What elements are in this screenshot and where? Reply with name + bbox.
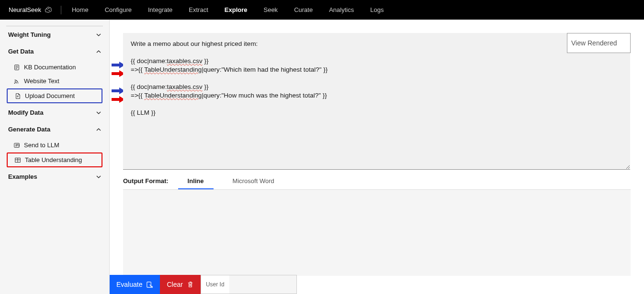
section-label: Modify Data bbox=[8, 109, 44, 116]
rss-icon bbox=[13, 78, 20, 85]
svg-point-0 bbox=[47, 9, 47, 10]
topbar-divider bbox=[61, 6, 61, 14]
chevron-down-icon bbox=[96, 110, 101, 115]
tab-inline[interactable]: Inline bbox=[178, 174, 214, 189]
upload-document-icon bbox=[14, 93, 21, 99]
main-panel: Write a memo about our highest priced it… bbox=[110, 20, 644, 294]
evaluate-icon bbox=[146, 281, 153, 288]
nav-integrate[interactable]: Integrate bbox=[148, 6, 172, 13]
view-rendered-button[interactable]: View Rendered bbox=[567, 33, 631, 53]
section-label: Examples bbox=[8, 173, 37, 180]
chevron-down-icon bbox=[96, 174, 101, 179]
send-icon bbox=[13, 142, 20, 149]
topnav: Home Configure Integrate Extract Explore… bbox=[72, 6, 384, 13]
output-format-label: Output Format: bbox=[123, 177, 169, 189]
section-generate-data[interactable]: Generate Data bbox=[6, 121, 103, 138]
sidebar-item-upload-document[interactable]: Upload Document bbox=[7, 88, 102, 103]
sidebar-item-label: Table Understanding bbox=[25, 156, 82, 163]
svg-point-1 bbox=[48, 8, 49, 9]
section-examples[interactable]: Examples bbox=[6, 168, 103, 185]
section-label: Weight Tuning bbox=[8, 31, 51, 38]
output-area bbox=[123, 190, 631, 276]
chevron-up-icon bbox=[96, 127, 101, 132]
sidebar-item-label: Upload Document bbox=[25, 92, 75, 99]
trash-icon bbox=[187, 281, 194, 288]
evaluate-button[interactable]: Evaluate bbox=[110, 275, 160, 294]
user-id-label: User Id bbox=[201, 281, 229, 288]
template-editor[interactable]: Write a memo about our highest priced it… bbox=[123, 33, 630, 170]
svg-point-2 bbox=[49, 10, 49, 11]
sidebar-item-table-understanding[interactable]: Table Understanding bbox=[7, 152, 102, 167]
sidebar-item-kb-documentation[interactable]: KB Documentation bbox=[7, 61, 102, 74]
brand-icon bbox=[44, 6, 52, 14]
sidebar: Weight Tuning Get Data KB Documentation … bbox=[0, 20, 110, 294]
svg-rect-11 bbox=[147, 282, 151, 287]
user-id-box: User Id bbox=[201, 275, 297, 294]
section-label: Get Data bbox=[8, 48, 34, 55]
sidebar-item-label: KB Documentation bbox=[24, 64, 76, 71]
nav-explore[interactable]: Explore bbox=[225, 6, 248, 13]
sidebar-item-label: Send to LLM bbox=[24, 142, 59, 149]
nav-analytics[interactable]: Analytics bbox=[329, 6, 354, 13]
table-icon bbox=[14, 157, 21, 163]
document-icon bbox=[13, 64, 20, 71]
nav-curate[interactable]: Curate bbox=[294, 6, 313, 13]
topbar: NeuralSeek Home Configure Integrate Extr… bbox=[0, 0, 644, 20]
nav-seek[interactable]: Seek bbox=[263, 6, 278, 13]
bottom-bar: Evaluate Clear User Id bbox=[110, 275, 297, 294]
section-label: Generate Data bbox=[8, 126, 50, 133]
nav-extract[interactable]: Extract bbox=[189, 6, 208, 13]
chevron-down-icon bbox=[96, 33, 101, 37]
chevron-up-icon bbox=[96, 49, 101, 54]
brand: NeuralSeek bbox=[9, 6, 52, 14]
output-format-row: Output Format: Inline Microsoft Word bbox=[123, 174, 631, 190]
nav-home[interactable]: Home bbox=[72, 6, 89, 13]
sidebar-item-send-to-llm[interactable]: Send to LLM bbox=[7, 139, 102, 152]
tab-microsoft-word[interactable]: Microsoft Word bbox=[223, 174, 284, 189]
section-weight-tuning[interactable]: Weight Tuning bbox=[6, 26, 103, 43]
sidebar-item-label: Website Text bbox=[24, 77, 59, 85]
user-id-input[interactable] bbox=[229, 275, 296, 294]
brand-name: NeuralSeek bbox=[9, 6, 41, 13]
section-get-data[interactable]: Get Data bbox=[6, 43, 103, 60]
clear-button[interactable]: Clear bbox=[160, 275, 200, 294]
section-modify-data[interactable]: Modify Data bbox=[6, 104, 103, 121]
sidebar-item-website-text[interactable]: Website Text bbox=[7, 75, 102, 87]
nav-logs[interactable]: Logs bbox=[370, 6, 384, 13]
nav-configure[interactable]: Configure bbox=[105, 6, 132, 13]
